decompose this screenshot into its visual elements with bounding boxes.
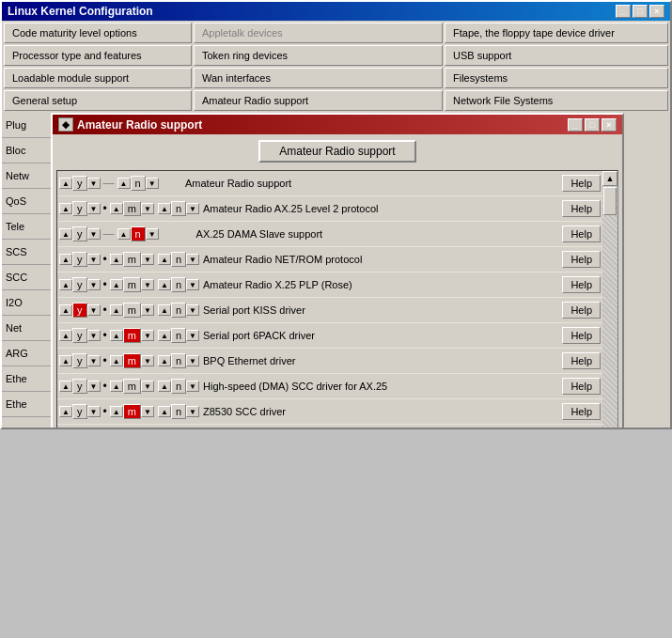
y-toggle[interactable]: y — [72, 328, 87, 343]
down-arrow[interactable]: ▼ — [87, 406, 101, 417]
up-arrow3[interactable]: ▲ — [158, 279, 171, 290]
minimize-button[interactable]: _ — [616, 5, 631, 18]
y-toggle[interactable]: y — [72, 252, 87, 267]
up-arrow2[interactable]: ▲ — [110, 203, 123, 214]
down-arrow[interactable]: ▼ — [87, 254, 101, 265]
m-toggle[interactable]: m — [123, 328, 141, 343]
n-toggle[interactable]: n — [171, 277, 186, 292]
dialog-close-button[interactable]: × — [602, 118, 617, 132]
down-arrow[interactable]: ▼ — [87, 279, 101, 290]
nav-network-fs[interactable]: Network File Systems — [445, 90, 668, 111]
up-arrow3[interactable]: ▲ — [158, 203, 171, 214]
up-arrow2[interactable]: ▲ — [110, 381, 123, 392]
up-arrow[interactable]: ▲ — [59, 178, 72, 189]
y-toggle[interactable]: y — [72, 353, 87, 368]
up-arrow3[interactable]: ▲ — [158, 355, 171, 366]
down-arrow2[interactable]: ▼ — [141, 381, 154, 392]
n-toggle[interactable]: n — [171, 201, 186, 216]
y-toggle[interactable]: y — [72, 226, 87, 241]
help-button[interactable]: Help — [562, 352, 601, 369]
down-arrow2[interactable]: ▼ — [141, 279, 154, 290]
down-arrow2[interactable]: ▼ — [141, 254, 154, 265]
up-arrow2[interactable]: ▲ — [110, 279, 123, 290]
up-arrow3[interactable]: ▲ — [158, 330, 171, 341]
up-arrow[interactable]: ▲ — [59, 279, 72, 290]
header-button[interactable]: Amateur Radio support — [258, 140, 415, 163]
m-toggle[interactable]: m — [123, 353, 141, 368]
y-toggle[interactable]: y — [72, 176, 87, 191]
down-arrow3[interactable]: ▼ — [186, 254, 199, 265]
help-button[interactable]: Help — [562, 175, 601, 192]
nav-usb[interactable]: USB support — [445, 45, 668, 66]
down-arrow[interactable]: ▼ — [87, 330, 101, 341]
help-button[interactable]: Help — [562, 226, 601, 242]
dialog-minimize-button[interactable]: _ — [568, 118, 583, 132]
m-toggle[interactable]: m — [123, 252, 141, 267]
down-arrow[interactable]: ▼ — [87, 178, 101, 189]
down-arrow2[interactable]: ▼ — [141, 330, 154, 341]
down-arrow[interactable]: ▼ — [87, 304, 101, 316]
down-arrow[interactable]: ▼ — [87, 228, 101, 240]
nav-amateur-radio[interactable]: Amateur Radio support — [194, 90, 443, 111]
help-button[interactable]: Help — [562, 276, 601, 293]
n-toggle[interactable]: n — [171, 252, 186, 267]
y-toggle[interactable]: y — [72, 303, 87, 318]
up-arrow[interactable]: ▲ — [59, 203, 72, 214]
up-arrow[interactable]: ▲ — [59, 381, 72, 392]
nav-loadable[interactable]: Loadable module support — [4, 68, 192, 88]
help-button[interactable]: Help — [562, 403, 601, 420]
y-toggle[interactable]: y — [72, 201, 87, 216]
close-button[interactable]: × — [649, 5, 664, 18]
up-arrow[interactable]: ▲ — [59, 406, 72, 417]
up-arrow2[interactable]: ▲ — [117, 178, 131, 189]
down-arrow3[interactable]: ▼ — [186, 406, 199, 417]
n-toggle[interactable]: n — [131, 176, 146, 191]
up-arrow[interactable]: ▲ — [59, 254, 72, 265]
up-arrow[interactable]: ▲ — [59, 330, 72, 341]
m-toggle[interactable]: m — [123, 303, 141, 318]
up-arrow3[interactable]: ▲ — [158, 304, 171, 316]
m-toggle[interactable]: m — [123, 379, 141, 394]
down-arrow2[interactable]: ▼ — [141, 406, 154, 417]
up-arrow3[interactable]: ▲ — [158, 406, 171, 417]
n-toggle[interactable]: n — [171, 328, 186, 343]
down-arrow3[interactable]: ▼ — [186, 381, 199, 392]
down-arrow2[interactable]: ▼ — [141, 203, 154, 214]
up-arrow2[interactable]: ▲ — [110, 330, 123, 341]
m-toggle[interactable]: m — [123, 404, 141, 419]
y-toggle[interactable]: y — [72, 379, 87, 394]
y-toggle[interactable]: y — [72, 277, 87, 292]
down-arrow3[interactable]: ▼ — [186, 279, 199, 290]
n-toggle[interactable]: n — [171, 303, 186, 318]
up-arrow2[interactable]: ▲ — [110, 355, 123, 366]
m-toggle[interactable]: m — [123, 277, 141, 292]
nav-code-maturity[interactable]: Code maturity level options — [4, 23, 192, 43]
y-toggle[interactable]: y — [72, 404, 87, 419]
nav-ftape[interactable]: Ftape, the floppy tape device driver — [445, 23, 668, 43]
nav-token-ring[interactable]: Token ring devices — [194, 45, 443, 66]
nav-filesystems[interactable]: Filesystems — [445, 68, 668, 88]
config-scroll-area[interactable]: ▲ y ▼ — ▲ n ▼ Amateur Radio support Help — [57, 171, 617, 428]
up-arrow2[interactable]: ▲ — [110, 406, 123, 417]
m-toggle[interactable]: m — [123, 201, 141, 216]
down-arrow[interactable]: ▼ — [87, 355, 101, 366]
down-arrow3[interactable]: ▼ — [186, 355, 199, 366]
help-button[interactable]: Help — [562, 251, 601, 268]
nav-general[interactable]: General setup — [4, 90, 192, 111]
scroll-thumb[interactable] — [603, 187, 617, 215]
n-toggle[interactable]: n — [131, 226, 146, 241]
down-arrow3[interactable]: ▼ — [186, 330, 199, 341]
nav-appletalk[interactable]: Appletalk devices — [194, 23, 443, 43]
help-button[interactable]: Help — [562, 302, 601, 319]
help-button[interactable]: Help — [562, 327, 601, 344]
nav-processor[interactable]: Processor type and features — [4, 45, 192, 66]
down-arrow[interactable]: ▼ — [87, 203, 101, 214]
down-arrow2[interactable]: ▼ — [146, 228, 159, 240]
help-button[interactable]: Help — [562, 200, 601, 217]
maximize-button[interactable]: □ — [633, 5, 648, 18]
help-button[interactable]: Help — [562, 378, 601, 395]
down-arrow2[interactable]: ▼ — [141, 304, 154, 316]
up-arrow2[interactable]: ▲ — [117, 228, 131, 240]
dialog-maximize-button[interactable]: □ — [585, 118, 600, 132]
scroll-up[interactable]: ▲ — [602, 171, 617, 186]
